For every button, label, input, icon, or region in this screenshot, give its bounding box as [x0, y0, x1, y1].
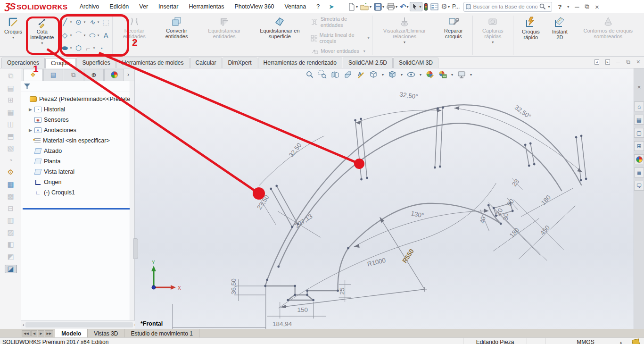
custom-properties-icon[interactable]: ≣: [634, 168, 644, 177]
forum-icon[interactable]: 🗨: [634, 181, 644, 191]
new-file-button[interactable]: ▾: [347, 2, 359, 11]
graphics-viewport[interactable]: A ▾ ▾ ▾ ▾ ▾: [135, 68, 634, 329]
menu-insertar[interactable]: Insertar: [153, 2, 183, 11]
command-tab-superficies[interactable]: Superficies: [76, 58, 116, 68]
tree-item-planta[interactable]: Planta: [21, 156, 134, 167]
slot-tool-icon[interactable]: ⬬: [61, 44, 69, 52]
selection-box-icon[interactable]: ⬚: [102, 18, 110, 26]
circle-tool-icon[interactable]: ⊙: [74, 18, 83, 26]
dimension-label[interactable]: R550: [401, 248, 415, 264]
undo-button[interactable]: ↶▾: [399, 2, 409, 12]
doc-restore-icon[interactable]: ⧉: [626, 59, 630, 65]
last-tab-icon[interactable]: ▶▶: [45, 330, 54, 336]
design-library-icon[interactable]: ▤: [634, 115, 644, 125]
left-tool-icon-8[interactable]: ◔: [5, 157, 17, 164]
tab-configuration-manager[interactable]: ⧉: [64, 69, 83, 81]
menu-archivo[interactable]: Archivo: [74, 2, 105, 11]
tab-property-manager[interactable]: ▤: [43, 69, 63, 81]
menu-ver[interactable]: Ver: [134, 2, 153, 11]
search-icon[interactable]: [539, 3, 546, 10]
taskpane-close-icon[interactable]: ×: [635, 83, 644, 92]
left-tool-icon-3[interactable]: ⊞: [5, 96, 17, 104]
scroll-track[interactable]: [25, 322, 132, 327]
dimension-label[interactable]: 32,50: [288, 142, 303, 159]
dimension-label[interactable]: 180: [540, 194, 552, 207]
tab-display-manager[interactable]: [104, 69, 124, 81]
left-tool-icon-2[interactable]: ▤: [5, 84, 17, 92]
command-tab-herramientas-de-moldes[interactable]: Herramientas de moldes: [116, 58, 190, 68]
left-tool-icon-5[interactable]: ◫: [5, 120, 17, 128]
left-tool-icon-11[interactable]: ▩: [5, 193, 17, 200]
doc-minimize-icon[interactable]: ─: [616, 59, 620, 65]
command-tab-croquis[interactable]: Croquis: [45, 58, 76, 68]
left-tool-icon-6[interactable]: ⬒: [5, 133, 17, 140]
dimension-label[interactable]: 184,94: [272, 320, 292, 327]
left-tool-icon-17[interactable]: ◪: [5, 265, 17, 273]
tree-item--croquis1[interactable]: ∟(-) Croquis1: [21, 187, 134, 198]
menu-photoview-360[interactable]: PhotoView 360: [230, 2, 280, 11]
left-tool-icon-1[interactable]: ⧉: [5, 72, 17, 80]
tree-root-item[interactable]: Pieza2 (Predeterminado<<Predetermin: [21, 94, 134, 104]
model-tab-estudio-de-movimiento-1[interactable]: Estudio de movimiento 1: [124, 329, 199, 337]
left-tool-icon-13[interactable]: ▥: [5, 217, 17, 224]
model-tab-modelo[interactable]: Modelo: [55, 329, 88, 337]
tab-feature-tree[interactable]: ❖: [23, 69, 43, 81]
p-overflow-label[interactable]: P...: [451, 3, 461, 10]
tree-item-historial[interactable]: ▶◔Historial: [21, 104, 134, 115]
dimension-label[interactable]: 450: [539, 224, 551, 237]
command-tab-solidcam-3d[interactable]: SolidCAM 3D: [393, 58, 438, 68]
tree-vertical-scrollbar[interactable]: [130, 81, 134, 320]
command-tab-herramientas-de-renderizado[interactable]: Herramientas de renderizado: [258, 58, 342, 68]
tree-horizontal-scrollbar[interactable]: ‹ ›: [21, 320, 137, 329]
ellipse-tool-icon[interactable]: ⬭: [88, 31, 97, 40]
tree-item-origen[interactable]: Origen: [21, 177, 134, 187]
offset-on-surface-button[interactable]: Equidistanciar en superficie: [253, 16, 306, 39]
croquis-button[interactable]: Croquis▾: [4, 16, 22, 41]
tree-item-material-sin-especificar-[interactable]: Material <sin especificar>: [21, 135, 134, 146]
left-tool-icon-15[interactable]: ◧: [5, 241, 17, 248]
point-tool-icon[interactable]: ▪: [98, 46, 106, 50]
tree-item-vista-lateral[interactable]: Vista lateral: [21, 167, 134, 177]
arc-tool-icon[interactable]: ⌒: [74, 31, 83, 40]
fillet-tool-icon[interactable]: ⌐: [84, 44, 92, 52]
smart-dimension-button[interactable]: Cota inteligente▾: [27, 16, 58, 46]
expand-tabs-icon[interactable]: ›: [127, 71, 129, 78]
menu-herramientas[interactable]: Herramientas: [183, 2, 229, 11]
doc-close-icon[interactable]: ×: [636, 58, 640, 66]
left-tool-icon-7[interactable]: ▧: [5, 144, 17, 152]
dimension-label[interactable]: 32,50°: [399, 91, 419, 100]
help-caret[interactable]: ▾: [567, 5, 569, 9]
next-tab-icon[interactable]: ▶: [38, 330, 44, 336]
tab-dimxpert-manager[interactable]: ⊕: [84, 69, 104, 81]
left-tool-icon-9[interactable]: ⚙: [5, 168, 17, 176]
first-tab-icon[interactable]: ◀◀: [22, 330, 31, 336]
dimension-label[interactable]: 180: [508, 227, 520, 239]
prev-tab-icon[interactable]: ◀: [31, 330, 37, 336]
help-button[interactable]: ?: [558, 3, 561, 10]
tree-filter-row[interactable]: [21, 81, 134, 92]
dimension-label[interactable]: 150: [297, 306, 307, 313]
rollback-bar[interactable]: [23, 208, 133, 210]
command-tab-operaciones[interactable]: Operaciones: [1, 58, 45, 68]
left-tool-icon-4[interactable]: ▦: [5, 109, 17, 116]
appearances-scenes-icon[interactable]: [634, 154, 644, 164]
dimension-label[interactable]: 130°: [410, 210, 424, 219]
previous-pane-icon[interactable]: ◂: [594, 59, 599, 65]
units-selector[interactable]: MMGS ▴: [545, 338, 627, 344]
menu--[interactable]: ?: [311, 2, 325, 11]
rapid-sketch-button[interactable]: Croquis rápido: [517, 16, 545, 40]
search-dropdown-caret[interactable]: ▾: [548, 5, 550, 9]
repair-sketch-button[interactable]: Reparar croquis: [438, 16, 469, 39]
view-palette-icon[interactable]: ⊞: [634, 141, 644, 151]
command-tab-solidcam-2-5d[interactable]: SolidCAM 2.5D: [343, 58, 393, 68]
minimize-button[interactable]: ─: [575, 3, 579, 10]
dimension-label[interactable]: 227,13: [294, 213, 314, 230]
pin-icon[interactable]: ➤: [329, 3, 334, 10]
polygon-tool-icon[interactable]: ⬡: [74, 44, 83, 52]
save-button[interactable]: ▾: [373, 2, 385, 11]
instant-2d-button[interactable]: Instant 2D: [550, 16, 570, 40]
convert-entities-button[interactable]: Convertir entidades: [157, 16, 196, 39]
panel-splitter-handle[interactable]: [133, 238, 138, 259]
options-gear-button[interactable]: ⚙▾: [440, 2, 450, 11]
knowledge-base-search[interactable]: Buscar en la Base de conocim ▾: [463, 2, 552, 12]
